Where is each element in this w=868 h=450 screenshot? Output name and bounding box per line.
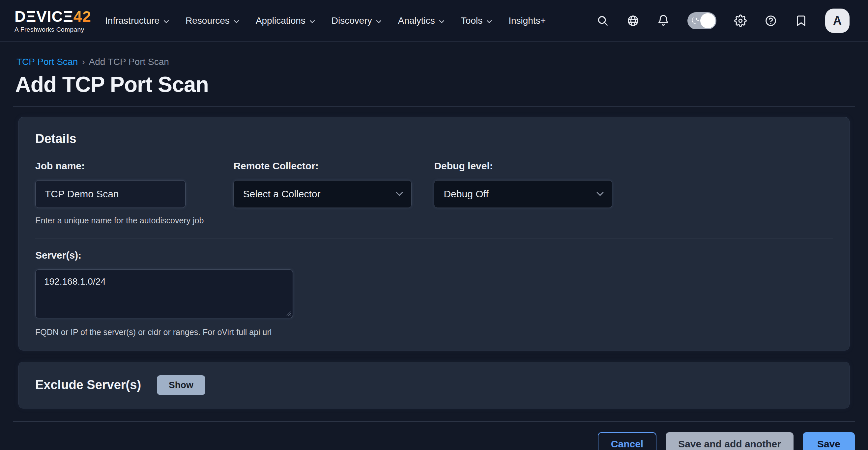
menu-item-applications[interactable]: Applications bbox=[256, 15, 315, 26]
bookmark-icon bbox=[795, 14, 807, 27]
menu-item-resources[interactable]: Resources bbox=[186, 15, 239, 26]
show-exclude-servers-button[interactable]: Show bbox=[157, 375, 205, 395]
details-card: Details Job name: Enter a unique name fo… bbox=[19, 117, 849, 351]
menu-item-analytics[interactable]: Analytics bbox=[398, 15, 444, 26]
menu-item-insights[interactable]: Insights+ bbox=[508, 15, 546, 26]
footer-divider bbox=[13, 421, 855, 422]
chevron-down-icon bbox=[163, 20, 169, 23]
page-title: Add TCP Port Scan bbox=[15, 72, 855, 97]
debug-level-field-group: Debug level: Debug Off bbox=[434, 160, 612, 208]
servers-help-text: FQDN or IP of the server(s) or cidr or r… bbox=[35, 327, 833, 337]
device42-logo[interactable]: DΞVICΞ42 A Freshworks Company bbox=[14, 8, 91, 33]
logo-accent-text: 42 bbox=[73, 7, 91, 25]
chevron-down-icon bbox=[309, 20, 315, 23]
menu-item-label: Infrastructure bbox=[105, 15, 159, 26]
notifications-button[interactable] bbox=[657, 14, 670, 27]
globe-icon bbox=[627, 14, 639, 27]
theme-toggle[interactable] bbox=[687, 12, 716, 29]
menu-item-discovery[interactable]: Discovery bbox=[332, 15, 382, 26]
title-divider bbox=[13, 106, 855, 107]
settings-button[interactable] bbox=[734, 14, 747, 27]
menu-item-label: Analytics bbox=[398, 15, 435, 26]
resize-handle-icon[interactable] bbox=[285, 310, 291, 316]
servers-field-group: Server(s): 192.168.1.0/24 FQDN or IP of … bbox=[35, 250, 833, 337]
exclude-servers-heading: Exclude Server(s) bbox=[35, 378, 141, 392]
remote-collector-select[interactable]: Select a Collector bbox=[233, 180, 411, 208]
details-fields-row: Job name: Enter a unique name for the au… bbox=[35, 160, 833, 225]
save-and-add-another-button[interactable]: Save and add another bbox=[666, 432, 794, 450]
debug-level-label: Debug level: bbox=[434, 160, 612, 172]
bell-icon bbox=[657, 14, 670, 27]
chevron-down-icon bbox=[376, 20, 382, 23]
menu-item-label: Applications bbox=[256, 15, 306, 26]
chevron-down-icon bbox=[596, 191, 604, 196]
remote-collector-selected-value: Select a Collector bbox=[243, 188, 320, 200]
help-button[interactable] bbox=[765, 14, 777, 27]
menu-item-label: Tools bbox=[461, 15, 483, 26]
avatar-initial: A bbox=[833, 14, 842, 28]
debug-level-select[interactable]: Debug Off bbox=[434, 180, 612, 208]
remote-collector-label: Remote Collector: bbox=[233, 160, 411, 172]
form-actions: Cancel Save and add another Save bbox=[13, 432, 855, 450]
exclude-servers-card: Exclude Server(s) Show bbox=[19, 362, 849, 409]
logo-text: DΞVICΞ42 bbox=[14, 8, 91, 24]
details-heading: Details bbox=[35, 132, 833, 146]
debug-level-selected-value: Debug Off bbox=[443, 188, 488, 200]
chevron-down-icon bbox=[439, 20, 444, 23]
globe-button[interactable] bbox=[627, 14, 639, 27]
navbar-actions: A bbox=[596, 8, 849, 33]
main-menu: Infrastructure Resources Applications Di… bbox=[105, 15, 546, 26]
toggle-knob bbox=[700, 13, 715, 28]
job-name-field-group: Job name: Enter a unique name for the au… bbox=[35, 160, 204, 225]
search-button[interactable] bbox=[596, 14, 609, 27]
details-section-divider bbox=[35, 238, 833, 238]
chevron-down-icon bbox=[486, 20, 492, 23]
breadcrumb-parent-link[interactable]: TCP Port Scan bbox=[17, 57, 78, 67]
chevron-down-icon bbox=[234, 20, 239, 23]
question-circle-icon bbox=[765, 14, 777, 27]
breadcrumb-current: Add TCP Port Scan bbox=[89, 57, 169, 67]
menu-item-label: Insights+ bbox=[508, 15, 546, 26]
logo-tagline: A Freshworks Company bbox=[14, 26, 91, 33]
chevron-down-icon bbox=[396, 191, 403, 196]
remote-collector-field-group: Remote Collector: Select a Collector bbox=[233, 160, 411, 208]
menu-item-infrastructure[interactable]: Infrastructure bbox=[105, 15, 169, 26]
servers-textarea-wrap: 192.168.1.0/24 bbox=[35, 269, 293, 320]
cancel-button[interactable]: Cancel bbox=[598, 432, 656, 450]
page-content: TCP Port Scan › Add TCP Port Scan Add TC… bbox=[0, 57, 868, 450]
job-name-input[interactable] bbox=[35, 180, 186, 208]
job-name-help-text: Enter a unique name for the autodiscover… bbox=[35, 216, 204, 225]
save-button[interactable]: Save bbox=[803, 432, 855, 450]
moon-stars-icon bbox=[690, 15, 700, 26]
search-icon bbox=[596, 14, 609, 27]
breadcrumb-separator: › bbox=[82, 57, 85, 67]
job-name-label: Job name: bbox=[35, 160, 204, 172]
menu-item-label: Resources bbox=[186, 15, 230, 26]
servers-label: Server(s): bbox=[35, 250, 833, 261]
menu-item-tools[interactable]: Tools bbox=[461, 15, 492, 26]
gear-icon bbox=[734, 14, 747, 27]
bookmarks-button[interactable] bbox=[795, 14, 807, 27]
user-avatar[interactable]: A bbox=[825, 8, 849, 33]
top-navbar: DΞVICΞ42 A Freshworks Company Infrastruc… bbox=[0, 0, 868, 42]
logo-main-text: DΞVICΞ bbox=[14, 7, 73, 25]
breadcrumb: TCP Port Scan › Add TCP Port Scan bbox=[17, 57, 855, 67]
servers-textarea[interactable]: 192.168.1.0/24 bbox=[35, 269, 293, 318]
menu-item-label: Discovery bbox=[332, 15, 372, 26]
